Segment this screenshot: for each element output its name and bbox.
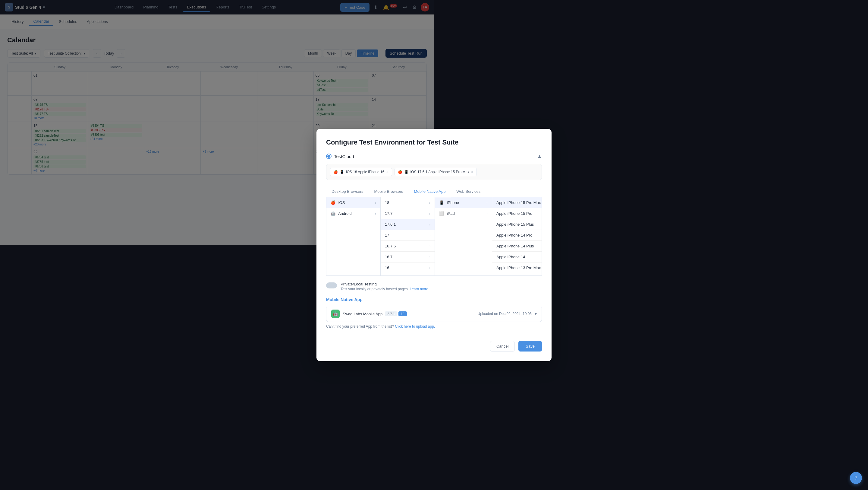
os-android-item[interactable]: 🤖 Android › — [327, 208, 380, 219]
chevron-right-icon: › — [375, 212, 376, 215]
device-tags-container: 🍎 📱 iOS 18 Apple iPhone 16 × 🍎 📱 iOS 17.… — [326, 164, 434, 180]
testcloud-text: TestCloud — [334, 154, 354, 159]
ios-icon-2: 🍎 — [398, 170, 402, 174]
device-tag-label-2: iOS 17.6.1 Apple iPhone 15 Pro Max — [410, 170, 434, 174]
device-tag-1: 🍎 📱 iOS 18 Apple iPhone 16 × — [330, 168, 392, 176]
version-1761[interactable]: 17.6.1 › — [381, 219, 434, 230]
chevron-icon: › — [429, 244, 430, 245]
version-column: 18 › 17.7 › 17.6.1 › 17 › 16.7.5 › — [381, 197, 434, 245]
testcloud-radio[interactable] — [326, 153, 332, 159]
configure-test-environment-modal: Configure Test Environment for Test Suit… — [316, 129, 434, 245]
apple-icon: 🍎 — [331, 200, 336, 205]
chevron-right-icon: › — [375, 201, 376, 205]
remove-device-1-button[interactable]: × — [386, 170, 389, 174]
device-tag-2: 🍎 📱 iOS 17.6.1 Apple iPhone 15 Pro Max × — [395, 168, 434, 176]
modal-overlay[interactable]: Configure Test Environment for Test Suit… — [0, 0, 434, 245]
modal-title: Configure Test Environment for Test Suit… — [326, 139, 434, 146]
version-18[interactable]: 18 › — [381, 197, 434, 208]
env-tabs: Desktop Browsers Mobile Browsers Mobile … — [326, 186, 434, 197]
device-icon-mobile-1: 📱 — [340, 170, 344, 174]
testcloud-label: TestCloud — [326, 153, 354, 159]
version-1675[interactable]: 16.7.5 › — [381, 241, 434, 245]
ios-icon-1: 🍎 — [333, 170, 338, 174]
os-column: 🍎 iOS › 🤖 Android › — [327, 197, 381, 245]
os-ios-item[interactable]: 🍎 iOS › — [327, 197, 380, 208]
tab-desktop-browsers[interactable]: Desktop Browsers — [326, 186, 369, 197]
chevron-icon: › — [429, 201, 430, 205]
android-label: 🤖 Android — [331, 211, 352, 216]
chevron-icon: › — [429, 234, 430, 237]
device-icon-mobile-2: 📱 — [404, 170, 409, 174]
radio-inner — [327, 155, 330, 158]
tab-mobile-browsers[interactable]: Mobile Browsers — [369, 186, 408, 197]
ios-label: 🍎 iOS — [331, 200, 345, 205]
device-picker: 🍎 iOS › 🤖 Android › 18 › — [326, 197, 434, 245]
version-177[interactable]: 17.7 › — [381, 208, 434, 219]
android-icon: 🤖 — [331, 211, 336, 216]
chevron-icon: › — [429, 212, 430, 215]
testcloud-header: TestCloud ▲ — [326, 153, 434, 159]
version-17[interactable]: 17 › — [381, 230, 434, 241]
chevron-icon: › — [429, 223, 430, 226]
device-tag-label-1: iOS 18 Apple iPhone 16 — [346, 170, 384, 174]
tab-mobile-native-app[interactable]: Mobile Native App — [409, 186, 434, 197]
